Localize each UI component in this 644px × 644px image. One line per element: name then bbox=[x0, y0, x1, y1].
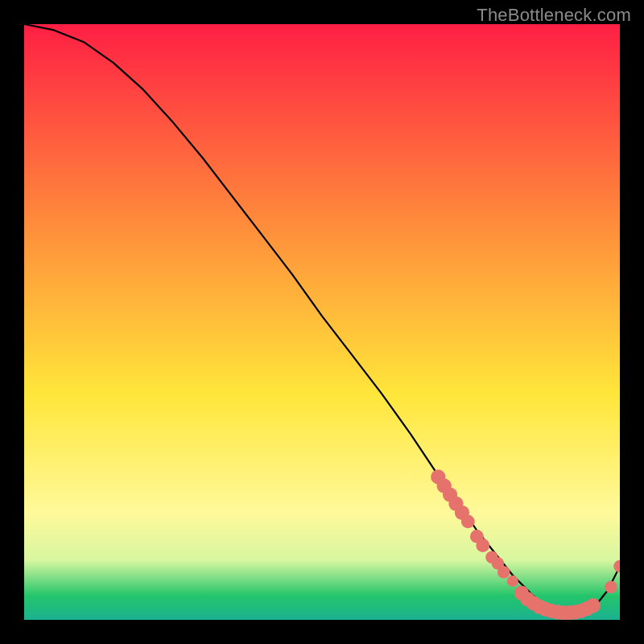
chart-stage: TheBottleneck.com bbox=[0, 0, 644, 644]
chart-svg bbox=[24, 24, 620, 620]
gradient-background bbox=[24, 24, 620, 620]
plot-area bbox=[24, 24, 620, 620]
data-marker bbox=[497, 566, 510, 578]
data-marker bbox=[586, 598, 601, 613]
data-marker bbox=[605, 581, 617, 593]
data-marker bbox=[461, 514, 475, 528]
data-marker bbox=[507, 576, 518, 587]
watermark-text: TheBottleneck.com bbox=[477, 5, 631, 26]
data-marker bbox=[476, 539, 489, 552]
